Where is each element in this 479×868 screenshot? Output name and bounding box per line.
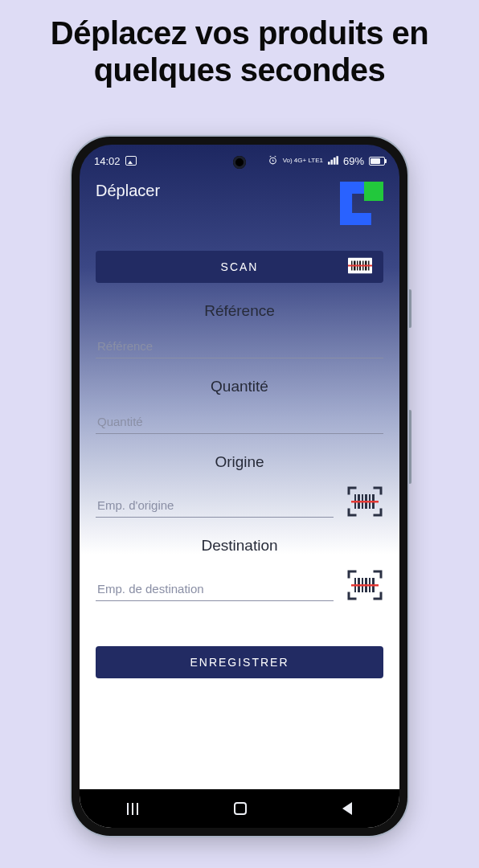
battery-icon — [369, 157, 385, 166]
save-button[interactable]: ENREGISTRER — [96, 646, 383, 678]
recent-apps-button[interactable] — [127, 803, 138, 815]
phone-mockup: 14:02 Vo) 4G+ LTE1 69% Déplacer — [72, 137, 407, 836]
phone-side-button — [408, 289, 411, 328]
scan-button-label: SCAN — [221, 260, 259, 273]
scan-button[interactable]: SCAN — [96, 251, 383, 283]
promo-tagline: Déplacez vos produits en quelques second… — [0, 0, 479, 88]
phone-side-button — [408, 410, 411, 484]
save-button-label: ENREGISTRER — [190, 656, 289, 669]
origin-scan-button[interactable] — [346, 485, 383, 518]
quantity-label: Quantité — [96, 378, 383, 395]
origin-label: Origine — [96, 453, 383, 471]
destination-label: Destination — [96, 537, 383, 555]
gallery-icon — [125, 156, 137, 166]
svg-rect-9 — [348, 265, 372, 267]
destination-input[interactable] — [96, 577, 334, 601]
reference-input[interactable] — [96, 334, 383, 358]
svg-rect-23 — [351, 584, 379, 587]
back-button[interactable] — [342, 802, 352, 815]
status-time: 14:02 — [94, 155, 121, 167]
battery-percent: 69% — [343, 155, 364, 167]
signal-icon — [328, 156, 338, 166]
reference-label: Référence — [96, 302, 383, 320]
svg-rect-16 — [351, 501, 379, 503]
home-button[interactable] — [234, 802, 247, 815]
barcode-icon — [348, 258, 372, 276]
alarm-icon — [268, 155, 278, 167]
app-logo — [340, 182, 383, 225]
destination-scan-button[interactable] — [346, 569, 383, 601]
page-title: Déplacer — [96, 182, 160, 200]
origin-input[interactable] — [96, 493, 334, 518]
network-indicators: Vo) 4G+ LTE1 — [283, 158, 323, 164]
phone-camera-notch — [233, 156, 246, 169]
quantity-input[interactable] — [96, 410, 383, 434]
android-nav-bar — [80, 789, 399, 828]
